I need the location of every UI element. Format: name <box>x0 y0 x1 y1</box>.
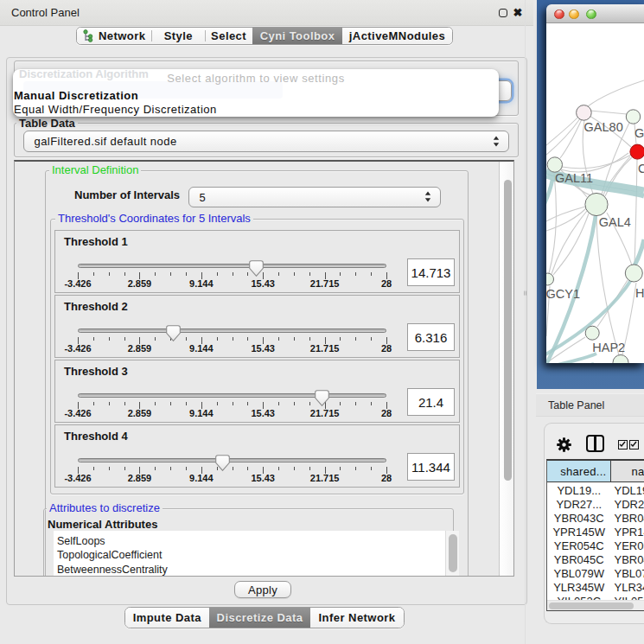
table-row[interactable]: YDR27...YDR277C <box>547 498 644 512</box>
scrollbar-thumb[interactable] <box>449 534 457 572</box>
table-row[interactable]: YBL079WYBL079W <box>547 567 644 581</box>
scrollbar-thumb[interactable] <box>549 603 634 609</box>
network-node[interactable] <box>585 326 599 340</box>
number-of-intervals-label: Number of Intervals <box>74 188 180 201</box>
column-header-name[interactable]: name <box>611 461 644 481</box>
slider-tick-label: 21.715 <box>310 343 340 354</box>
slider-tick <box>233 402 233 405</box>
zoom-traffic-icon[interactable] <box>586 10 596 20</box>
tab-jactivemnodules[interactable]: jActiveMNodules <box>342 28 452 44</box>
settings-scroll-pane: Interval Definition Number of Intervals … <box>14 160 514 577</box>
attribute-list-item[interactable]: SelfLoops <box>57 534 446 548</box>
threshold-slider-track[interactable] <box>78 328 386 333</box>
popup-item-equal-width-frequency[interactable]: Equal Width/Frequency Discretization <box>14 103 217 116</box>
minimize-traffic-icon[interactable] <box>569 10 579 20</box>
close-traffic-icon[interactable] <box>554 10 564 20</box>
threshold-slider-thumb[interactable] <box>315 390 329 406</box>
network-node[interactable] <box>585 193 608 215</box>
slider-tick <box>247 402 248 405</box>
slider-tick <box>278 402 279 405</box>
attribute-list-item[interactable]: BetweennessCentrality <box>57 563 446 577</box>
table-row[interactable]: YBR045CYBR045C <box>547 553 644 567</box>
checkbox-icon[interactable] <box>629 440 639 450</box>
table-row[interactable]: YLR345WYLR345W <box>547 581 644 595</box>
slider-tick <box>309 337 310 341</box>
cell-shared-name: YBR043C <box>547 512 611 526</box>
cell-shared-name: YBR045C <box>547 553 611 567</box>
apply-button[interactable]: Apply <box>234 581 291 598</box>
column-header-shared-name[interactable]: shared... <box>547 461 611 481</box>
network-node[interactable] <box>630 144 644 159</box>
threshold-value-field[interactable]: 14.713 <box>407 258 455 286</box>
cell-shared-name: YBL079W <box>547 567 611 581</box>
tab-impute-data[interactable]: Impute Data <box>125 608 209 628</box>
popup-item-manual-discretization[interactable]: Manual Discretization <box>14 89 138 102</box>
scrollbar-thumb[interactable] <box>504 180 512 481</box>
cell-name: YER054C <box>611 539 644 553</box>
cell-name: YBL079W <box>611 567 644 581</box>
tab-network[interactable]: Network <box>77 28 151 44</box>
gear-icon[interactable] <box>557 437 571 452</box>
close-icon[interactable]: ✖ <box>512 7 524 19</box>
network-canvas[interactable]: GAL80GALCGAL11GAL4GCY1HHAP2 <box>546 23 644 363</box>
threshold-slider-track[interactable] <box>78 458 386 462</box>
slider-tick <box>186 467 187 470</box>
threshold-slider-thumb[interactable] <box>166 325 181 341</box>
network-edge <box>546 118 581 155</box>
slider-tick <box>109 272 110 276</box>
threshold-value-field[interactable]: 21.4 <box>407 388 455 416</box>
table-horizontal-scrollbar[interactable] <box>547 600 644 611</box>
network-node[interactable] <box>625 265 642 282</box>
threshold-slider-track[interactable] <box>78 393 386 398</box>
split-column-icon[interactable] <box>586 435 604 452</box>
table-row[interactable]: YDL19...YDL194W <box>547 484 644 498</box>
threshold-value-field[interactable]: 6.316 <box>407 323 455 351</box>
threshold-label: Threshold 1 <box>64 235 128 248</box>
table-row[interactable]: YER054CYER054C <box>547 539 644 553</box>
threshold-slider-thumb[interactable] <box>215 455 230 471</box>
slider-tick <box>109 402 110 405</box>
settings-scrollbar[interactable] <box>499 162 513 576</box>
threshold-panel-1: Threshold 1-3.4262.8599.14415.4321.71528… <box>54 230 460 293</box>
slider-tick <box>371 467 372 470</box>
threshold-slider-track[interactable] <box>78 264 386 268</box>
threshold-panel-3: Threshold 3-3.4262.8599.14415.4321.71528… <box>54 360 460 423</box>
float-window-icon[interactable] <box>499 9 507 17</box>
network-node[interactable] <box>613 355 628 364</box>
network-node[interactable] <box>546 273 554 285</box>
threshold-slider-thumb[interactable] <box>249 260 264 277</box>
table-row[interactable]: YPR145WYPR145W <box>547 526 644 539</box>
slider-tick <box>186 272 187 276</box>
network-node[interactable] <box>547 157 562 172</box>
network-edge <box>590 111 627 114</box>
network-node-label: GAL80 <box>584 120 623 134</box>
slider-tick <box>109 467 110 470</box>
tab-style[interactable]: Style <box>151 28 205 44</box>
tab-discretize-data[interactable]: Discretize Data <box>209 608 311 628</box>
tab-label: jActiveMNodules <box>349 29 446 42</box>
table-panel-title: Table Panel <box>548 394 604 417</box>
network-edge <box>634 159 637 265</box>
cell-name: YBR043C <box>611 512 644 526</box>
slider-tick <box>170 272 171 276</box>
attributes-list-scrollbar[interactable] <box>445 531 459 577</box>
number-of-intervals-spinner[interactable]: 5 <box>188 187 441 207</box>
slider-tick <box>124 272 125 276</box>
attribute-list-item[interactable]: TopologicalCoefficient <box>57 548 446 562</box>
network-node[interactable] <box>626 110 640 124</box>
table-data-combo[interactable]: galFiltered.sif default node <box>23 131 509 152</box>
slider-tick <box>371 337 372 341</box>
numerical-attributes-list[interactable]: SelfLoopsTopologicalCoefficientBetweenne… <box>54 531 446 577</box>
control-panel-titlebar: Control Panel <box>0 0 533 26</box>
threshold-value-field[interactable]: 11.344 <box>407 453 455 481</box>
tab-select[interactable]: Select <box>205 28 252 44</box>
slider-tick <box>247 337 248 341</box>
table-row[interactable]: YBR043CYBR043C <box>547 512 644 526</box>
cell-shared-name: YPR145W <box>547 526 611 539</box>
slider-tick <box>233 467 233 470</box>
tab-cyni-toolbox[interactable]: Cyni Toolbox <box>252 28 342 44</box>
network-node[interactable] <box>577 105 592 121</box>
tab-infer-network[interactable]: Infer Network <box>310 608 403 628</box>
checkbox-icon[interactable] <box>618 440 628 450</box>
cell-shared-name: YDR27... <box>547 498 611 512</box>
